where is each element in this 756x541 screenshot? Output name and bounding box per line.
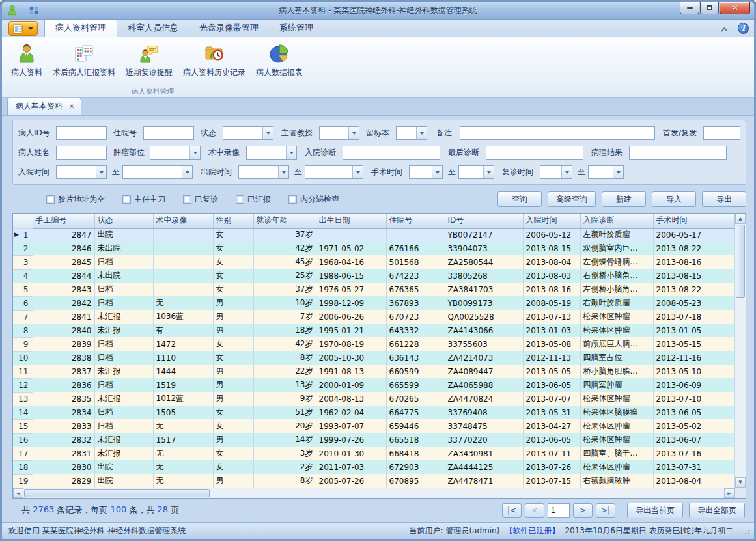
table-row[interactable]: 182830出院无女2岁2011-07-03672903ZA4444125201… xyxy=(13,460,735,474)
column-header[interactable]: 就诊年龄 xyxy=(253,214,316,228)
table-row[interactable]: 42844未出院女25岁1988-06-15674223338052682013… xyxy=(13,269,735,283)
grid-cell[interactable]: 2013-08-15 xyxy=(523,242,580,255)
grid-cell[interactable]: 1970-08-19 xyxy=(316,337,386,351)
chevron-down-icon[interactable] xyxy=(189,146,200,159)
grid-cell[interactable]: 松果体区脑膜瘤 xyxy=(580,406,653,419)
grid-cell[interactable]: 松果体区肿瘤 xyxy=(580,392,653,406)
search-combo[interactable] xyxy=(56,165,107,179)
grid-cell[interactable]: 2013-08-04 xyxy=(653,474,735,488)
grid-cell[interactable]: 女 xyxy=(213,242,253,255)
grid-cell[interactable]: 女 xyxy=(213,228,253,242)
grid-cell[interactable]: 2831 xyxy=(33,447,94,460)
grid-cell[interactable]: 676166 xyxy=(386,242,445,255)
grid-cell[interactable]: 670895 xyxy=(386,474,445,488)
tab-patient-basic-info[interactable]: 病人基本资料 ✕ xyxy=(7,98,81,115)
quick-access-icon[interactable] xyxy=(27,4,40,17)
grid-cell[interactable]: 2013-07-31 xyxy=(653,460,735,474)
grid-cell[interactable]: 女 xyxy=(213,283,253,296)
grid-cell[interactable]: 1999-07-26 xyxy=(316,433,386,447)
search-input[interactable] xyxy=(460,126,655,140)
grid-cell[interactable]: YB0099173 xyxy=(445,296,523,310)
checkbox[interactable] xyxy=(46,195,55,204)
grid-cell[interactable]: 左侧蝶骨嵴脑... xyxy=(580,255,653,269)
row-indicator[interactable]: 6 xyxy=(13,296,33,310)
grid-cell[interactable]: 1444 xyxy=(153,365,213,378)
grid-cell[interactable]: 2842 xyxy=(33,296,94,310)
grid-cell[interactable]: 2013-08-15 xyxy=(653,269,735,283)
grid-cell[interactable]: 男 xyxy=(213,324,253,337)
grid-cell[interactable] xyxy=(153,228,213,242)
grid-cell[interactable]: 2013-06-05 xyxy=(523,378,580,392)
grid-cell[interactable]: 1036蓝 xyxy=(153,310,213,324)
grid-cell[interactable]: 女 xyxy=(213,419,253,433)
grid-cell[interactable]: 8岁 xyxy=(253,474,316,488)
grid-cell[interactable]: 桥小脑角胆脂... xyxy=(580,365,653,378)
table-row[interactable]: 152833归档无女20岁1993-07-0765944633748475201… xyxy=(13,419,735,433)
grid-cell[interactable]: 20岁 xyxy=(253,419,316,433)
table-row[interactable]: 112837未汇报1444男22岁1991-08-13660599ZA40894… xyxy=(13,365,735,378)
grid-cell[interactable]: 未汇报 xyxy=(94,392,153,406)
row-indicator[interactable]: 19 xyxy=(13,474,33,488)
vertical-scrollbar[interactable]: ▲ ▼ xyxy=(735,214,746,488)
grid-cell[interactable]: 643332 xyxy=(386,324,445,337)
grid-cell[interactable]: 双侧脑室内巨... xyxy=(580,242,653,255)
grid-cell[interactable]: 37岁 xyxy=(253,283,316,296)
grid-cell[interactable]: 有 xyxy=(153,324,213,337)
grid-cell[interactable] xyxy=(153,242,213,255)
grid-cell[interactable]: 2013-01-03 xyxy=(523,324,580,337)
grid-cell[interactable]: 670265 xyxy=(386,392,445,406)
minimize-button[interactable] xyxy=(680,2,699,14)
grid-cell[interactable]: 2013-05-31 xyxy=(523,406,580,419)
page-number-input[interactable] xyxy=(548,503,570,518)
grid-cell[interactable]: 2013-06-05 xyxy=(653,406,735,419)
grid-cell[interactable]: 男 xyxy=(213,392,253,406)
filter-checkbox[interactable]: 胶片地址为空 xyxy=(46,194,105,205)
grid-cell[interactable]: 松果体区肿瘤 xyxy=(580,324,653,337)
row-indicator[interactable]: 7 xyxy=(13,310,33,324)
grid-cell[interactable] xyxy=(316,228,386,242)
grid-cell[interactable]: 2008-05-19 xyxy=(523,296,580,310)
query-button[interactable]: 查询 xyxy=(497,191,542,207)
column-header[interactable]: 入院诊断 xyxy=(580,214,653,228)
grid-cell[interactable]: 676365 xyxy=(386,283,445,296)
grid-cell[interactable]: 14岁 xyxy=(253,433,316,447)
pager-first-button[interactable]: |< xyxy=(502,503,522,518)
column-header[interactable]: 术中录像 xyxy=(153,214,213,228)
grid-cell[interactable]: ZA4065988 xyxy=(445,378,523,392)
grid-cell[interactable]: 男 xyxy=(213,474,253,488)
chevron-down-icon[interactable] xyxy=(348,127,359,139)
pager-next-button[interactable]: > xyxy=(573,503,593,518)
grid-cell[interactable]: 2013-05-15 xyxy=(653,337,735,351)
grid-cell[interactable]: 无 xyxy=(153,460,213,474)
column-header[interactable]: ID号 xyxy=(445,214,523,228)
grid-cell[interactable]: 10岁 xyxy=(253,296,316,310)
scroll-left-icon[interactable]: ◄ xyxy=(13,488,23,498)
grid-cell[interactable]: 661228 xyxy=(386,337,445,351)
grid-cell[interactable]: 1110 xyxy=(153,351,213,365)
grid-cell[interactable]: 男 xyxy=(213,433,253,447)
grid-cell[interactable]: 1995-01-21 xyxy=(316,324,386,337)
search-combo[interactable] xyxy=(540,165,572,179)
search-combo[interactable] xyxy=(150,146,201,160)
search-input[interactable] xyxy=(486,146,583,160)
row-indicator[interactable]: 3 xyxy=(13,255,33,269)
grid-cell[interactable]: 2013-07-10 xyxy=(653,392,735,406)
grid-cell[interactable]: 2006-05-12 xyxy=(523,228,580,242)
chevron-down-icon[interactable] xyxy=(432,166,442,178)
grid-cell[interactable]: 1998-12-09 xyxy=(316,296,386,310)
scroll-up-icon[interactable]: ▲ xyxy=(735,214,746,224)
grid-cell[interactable]: 2835 xyxy=(33,392,94,406)
grid-cell[interactable]: 出院 xyxy=(94,460,153,474)
grid-cell[interactable]: 674223 xyxy=(386,269,445,283)
grid-cell[interactable]: 37岁 xyxy=(253,228,316,242)
grid-cell[interactable]: 2013-05-02 xyxy=(653,419,735,433)
grid-cell[interactable]: 男 xyxy=(213,310,253,324)
grid-cell[interactable]: 2000-01-09 xyxy=(316,378,386,392)
grid-cell[interactable] xyxy=(153,283,213,296)
grid-cell[interactable]: 2005-07-26 xyxy=(316,474,386,488)
search-combo[interactable] xyxy=(703,126,740,140)
grid-cell[interactable]: 四脑室、脑干... xyxy=(580,447,653,460)
grid-cell[interactable]: 四脑室占位 xyxy=(580,351,653,365)
grid-cell[interactable]: ZA2580544 xyxy=(445,255,523,269)
column-header[interactable]: 住院号 xyxy=(386,214,445,228)
